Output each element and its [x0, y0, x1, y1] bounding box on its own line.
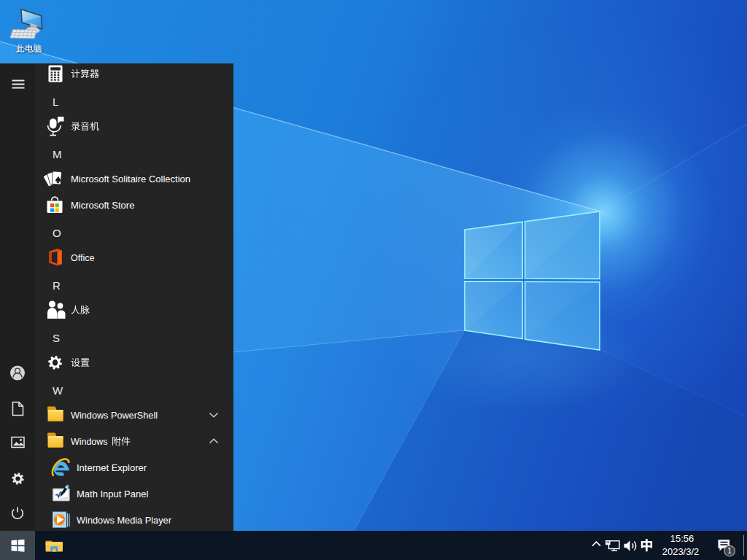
svg-text:1: 1	[727, 546, 732, 555]
